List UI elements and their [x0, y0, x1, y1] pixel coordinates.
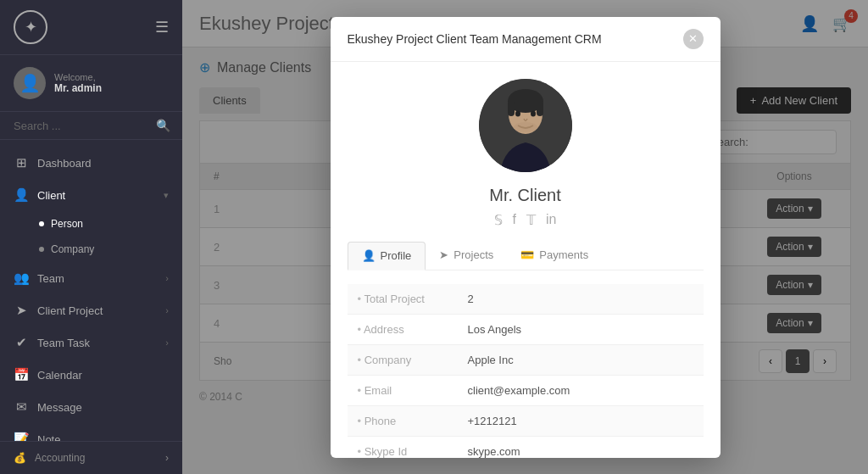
bullet-icon: [39, 247, 44, 252]
chevron-right-icon: ›: [165, 337, 169, 348]
field-value-phone: +1212121: [458, 405, 704, 436]
search-icon: 🔍: [156, 119, 170, 132]
sidebar: ✦ ☰ 👤 Welcome, Mr. admin 🔍 ⊞ Dashboard 👤…: [0, 0, 182, 474]
sidebar-item-label: Dashboard: [37, 157, 92, 170]
user-name: Mr. admin: [54, 82, 102, 94]
field-value-email: client@example.com: [458, 375, 704, 405]
sidebar-search-input[interactable]: [14, 120, 156, 132]
projects-tab-icon: ➤: [439, 248, 448, 261]
sidebar-footer[interactable]: 💰 Accounting ›: [0, 441, 182, 474]
field-label-company: Company: [348, 344, 458, 375]
chevron-right-icon: ›: [165, 452, 169, 464]
modal-overlay[interactable]: Ekushey Project Client Team Management C…: [182, 0, 868, 474]
person-label: Person: [51, 218, 83, 230]
client-avatar: [479, 79, 572, 172]
facebook-social-icon[interactable]: f: [513, 212, 516, 228]
sidebar-item-message[interactable]: ✉ Message: [0, 391, 182, 423]
team-icon: 👥: [14, 270, 29, 286]
profile-tab-icon: 👤: [362, 249, 376, 262]
sidebar-item-label: Calendar: [37, 369, 82, 382]
profile-modal: Ekushey Project Client Team Management C…: [331, 17, 721, 458]
client-subnav: Person Company: [0, 211, 182, 262]
accounting-label: Accounting: [35, 452, 85, 464]
note-icon: 📝: [14, 432, 29, 441]
field-label-total-project: Total Project: [348, 284, 458, 315]
project-icon: ➤: [14, 303, 29, 318]
sidebar-item-label: Client: [37, 189, 65, 202]
company-label: Company: [51, 243, 94, 255]
sidebar-item-client-project[interactable]: ➤ Client Project ›: [0, 294, 182, 326]
field-value-skype: skype.com: [458, 436, 704, 458]
message-icon: ✉: [14, 399, 29, 415]
sidebar-item-calendar[interactable]: 📅 Calendar: [0, 359, 182, 391]
linkedin-social-icon[interactable]: in: [546, 212, 556, 228]
modal-close-button[interactable]: ✕: [683, 29, 704, 49]
sidebar-item-label: Client Project: [37, 304, 103, 317]
avatar-container: [348, 79, 704, 172]
modal-tabs: 👤 Profile ➤ Projects 💳 Payments: [348, 242, 704, 270]
client-name: Mr. Client: [348, 186, 704, 205]
avatar: 👤: [14, 67, 46, 99]
sidebar-item-label: Team: [37, 272, 64, 285]
sidebar-item-note[interactable]: 📝 Note: [0, 423, 182, 441]
accounting-icon: 💰: [14, 452, 26, 464]
sidebar-item-label: Team Task: [37, 337, 90, 349]
field-value-address: Los Angels: [458, 314, 704, 344]
field-label-address: Address: [348, 314, 458, 344]
tab-projects[interactable]: ➤ Projects: [426, 242, 507, 270]
welcome-label: Welcome,: [54, 72, 102, 82]
sidebar-item-company[interactable]: Company: [25, 237, 182, 262]
field-value-total-project: 2: [458, 284, 704, 315]
calendar-icon: 📅: [14, 367, 29, 382]
svg-rect-3: [508, 101, 515, 116]
payments-tab-icon: 💳: [520, 248, 534, 261]
sidebar-item-client[interactable]: 👤 Client ▾: [0, 179, 182, 211]
modal-title: Ekushey Project Client Team Management C…: [348, 32, 602, 46]
logo-icon: ✦: [14, 10, 47, 44]
sidebar-user: 👤 Welcome, Mr. admin: [0, 55, 182, 112]
profile-row-phone: Phone +1212121: [348, 405, 704, 436]
field-label-skype: Skype Id: [348, 436, 458, 458]
dashboard-icon: ⊞: [14, 155, 29, 170]
sidebar-item-person[interactable]: Person: [25, 211, 182, 237]
field-label-email: Email: [348, 375, 458, 405]
svg-rect-4: [537, 101, 543, 116]
chevron-right-icon: ›: [165, 273, 169, 283]
field-value-company: Apple Inc: [458, 344, 704, 375]
twitter-social-icon[interactable]: 𝕋: [526, 212, 536, 228]
sidebar-item-label: Message: [37, 401, 82, 414]
sidebar-item-team-task[interactable]: ✔ Team Task ›: [0, 326, 182, 359]
svg-point-7: [514, 122, 537, 132]
skype-social-icon[interactable]: 𝕊: [494, 212, 503, 228]
modal-body: Mr. Client 𝕊 f 𝕋 in 👤 Profile ➤ Projects: [331, 62, 721, 458]
tab-payments[interactable]: 💳 Payments: [507, 242, 602, 270]
profile-row-company: Company Apple Inc: [348, 344, 704, 375]
profile-table: Total Project 2 Address Los Angels Compa…: [348, 284, 704, 458]
hamburger-menu[interactable]: ☰: [155, 18, 169, 36]
svg-point-6: [531, 110, 536, 116]
main-content: Ekushey Project Manager CRM 👤 🛒 4 ⊕ Mana…: [182, 0, 868, 474]
field-label-phone: Phone: [348, 405, 458, 436]
profile-row-address: Address Los Angels: [348, 314, 704, 344]
bullet-icon: [39, 221, 44, 226]
sidebar-item-dashboard[interactable]: ⊞ Dashboard: [0, 147, 182, 179]
profile-row-email: Email client@example.com: [348, 375, 704, 405]
modal-header: Ekushey Project Client Team Management C…: [331, 17, 721, 62]
sidebar-logo: ✦ ☰: [0, 0, 182, 55]
task-icon: ✔: [14, 335, 29, 350]
chevron-down-icon: ▾: [164, 190, 169, 201]
social-links: 𝕊 f 𝕋 in: [348, 212, 704, 228]
client-icon: 👤: [14, 187, 29, 203]
sidebar-nav: ⊞ Dashboard 👤 Client ▾ Person Company 👥: [0, 140, 182, 441]
svg-point-5: [515, 110, 520, 116]
sidebar-item-team[interactable]: 👥 Team ›: [0, 262, 182, 294]
profile-row-skype: Skype Id skype.com: [348, 436, 704, 458]
chevron-right-icon: ›: [165, 305, 169, 315]
profile-row-total-project: Total Project 2: [348, 284, 704, 315]
portrait-svg: [479, 79, 572, 172]
sidebar-item-label: Note: [37, 433, 60, 442]
tab-profile[interactable]: 👤 Profile: [348, 242, 426, 270]
sidebar-search-container: 🔍: [0, 112, 182, 140]
